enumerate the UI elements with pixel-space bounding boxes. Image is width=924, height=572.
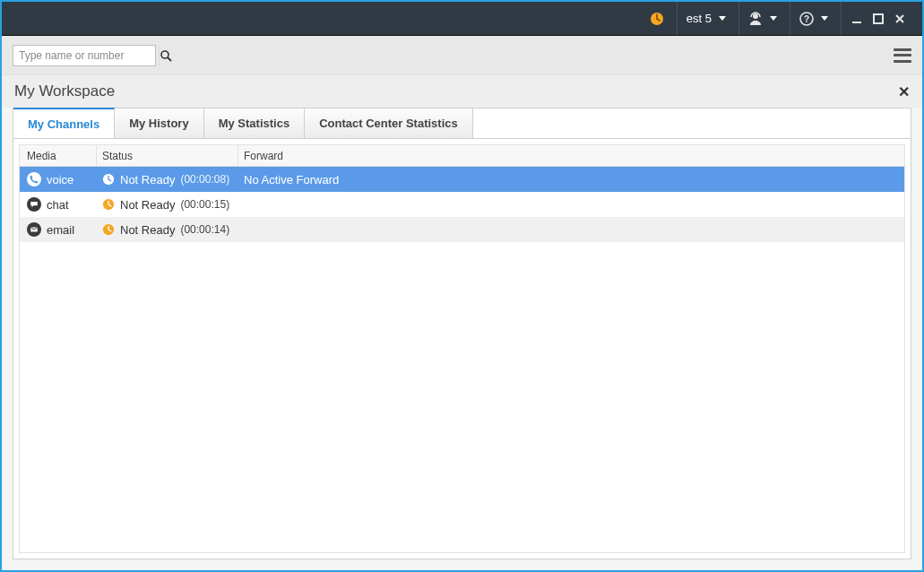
titlebar-user-label: est 5 — [687, 12, 712, 25]
toolbar — [2, 36, 922, 75]
header-label: Status — [102, 150, 133, 162]
search-input[interactable] — [13, 48, 159, 64]
menu-icon-bar — [894, 60, 911, 63]
tab-my-channels[interactable]: My Channels — [13, 108, 115, 138]
header-media[interactable]: Media — [20, 145, 97, 166]
status-time: (00:00:08) — [180, 173, 229, 186]
titlebar: est 5 ? — [2, 2, 922, 36]
channels-grid: Media Status Forward voice — [19, 144, 905, 553]
svg-point-6 — [161, 51, 168, 58]
chevron-down-icon — [719, 16, 726, 21]
window-controls — [841, 2, 915, 35]
svg-rect-5 — [874, 14, 883, 23]
tab-label: My Statistics — [219, 117, 289, 130]
titlebar-status[interactable] — [641, 2, 673, 35]
forward-label: No Active Forward — [244, 173, 339, 186]
svg-text:?: ? — [804, 14, 809, 24]
email-icon — [27, 222, 41, 237]
search-icon — [160, 49, 172, 62]
svg-rect-4 — [852, 22, 861, 23]
clock-icon — [102, 198, 115, 211]
header-status[interactable]: Status — [97, 145, 238, 166]
menu-icon-bar — [894, 54, 911, 56]
workspace-title: My Workspace — [14, 82, 115, 100]
titlebar-user-menu[interactable]: est 5 — [677, 2, 735, 35]
tab-label: My Channels — [28, 117, 99, 131]
search-box — [13, 45, 156, 66]
tab-label: My History — [129, 117, 188, 130]
table-row[interactable]: chat Not Ready (00:00:15) — [20, 192, 904, 217]
app-window: est 5 ? — [0, 0, 924, 572]
grid-header: Media Status Forward — [20, 145, 904, 167]
tab-label: Contact Center Statistics — [319, 117, 458, 130]
titlebar-agent-menu[interactable] — [738, 2, 786, 35]
status-label: Not Ready — [120, 223, 175, 237]
maximize-button[interactable] — [872, 13, 885, 25]
close-button[interactable] — [894, 13, 906, 25]
phone-icon — [27, 172, 41, 186]
chat-icon — [27, 197, 41, 212]
channels-panel: Media Status Forward voice — [13, 138, 911, 559]
svg-line-7 — [168, 57, 171, 61]
grid-body: voice Not Ready (00:00:08) No Active For… — [20, 167, 904, 242]
clock-icon — [102, 223, 115, 236]
table-row[interactable]: voice Not Ready (00:00:08) No Active For… — [20, 167, 904, 192]
clock-icon — [102, 173, 115, 186]
media-label: voice — [47, 173, 73, 186]
media-label: chat — [47, 198, 69, 212]
minimize-button[interactable] — [851, 13, 863, 25]
agent-icon — [748, 12, 763, 26]
titlebar-help-menu[interactable]: ? — [790, 2, 837, 35]
search-button[interactable] — [159, 46, 172, 65]
chevron-down-icon — [821, 16, 828, 21]
header-forward[interactable]: Forward — [238, 145, 904, 166]
table-row[interactable]: email Not Ready (00:00:14) — [20, 217, 904, 242]
clock-status-icon — [650, 12, 664, 26]
status-time: (00:00:15) — [180, 198, 229, 211]
status-time: (00:00:14) — [180, 223, 229, 236]
tab-my-history[interactable]: My History — [115, 108, 203, 138]
status-label: Not Ready — [120, 198, 175, 212]
status-label: Not Ready — [120, 173, 175, 186]
header-label: Media — [27, 150, 56, 162]
chevron-down-icon — [770, 16, 777, 21]
main-menu-button[interactable] — [894, 48, 911, 63]
help-icon: ? — [799, 12, 814, 26]
workspace-header: My Workspace ✕ — [2, 75, 922, 108]
workspace-close-button[interactable]: ✕ — [898, 83, 910, 100]
svg-point-1 — [753, 13, 758, 19]
header-label: Forward — [244, 150, 283, 162]
tab-my-statistics[interactable]: My Statistics — [204, 108, 305, 138]
tabs-container: My Channels My History My Statistics Con… — [2, 108, 922, 138]
media-label: email — [47, 223, 74, 237]
menu-icon-bar — [894, 48, 911, 51]
tabs: My Channels My History My Statistics Con… — [13, 108, 911, 138]
tab-contact-center-statistics[interactable]: Contact Center Statistics — [305, 108, 473, 138]
